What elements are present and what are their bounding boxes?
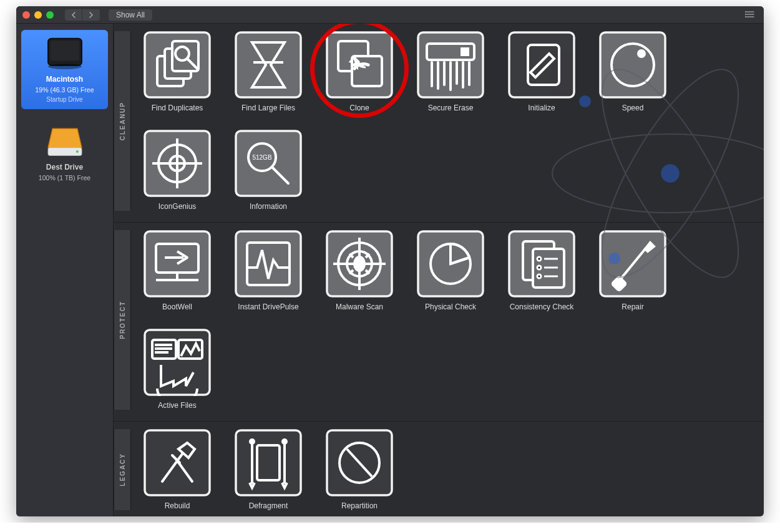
tool-label: Find Duplicates bbox=[152, 104, 203, 112]
tool-label: Consistency Check bbox=[510, 302, 574, 311]
tool-label: Active Files bbox=[158, 401, 196, 410]
sidebar: Macintosh 19% (46.3 GB) Free Startup Dri… bbox=[16, 24, 114, 516]
svg-text:512GB: 512GB bbox=[252, 154, 271, 161]
tool-repartition[interactable]: Repartition bbox=[323, 429, 396, 510]
drive-dest-drive[interactable]: Dest Drive 100% (1 TB) Free bbox=[21, 118, 108, 188]
svg-point-10 bbox=[76, 150, 78, 153]
svg-point-97 bbox=[250, 440, 254, 443]
svg-rect-95 bbox=[236, 430, 301, 495]
tool-label: Speed bbox=[622, 104, 644, 112]
tool-label: Defragment bbox=[249, 501, 288, 510]
section-protect: PROTECT BootWell Instant DrivePulse bbox=[114, 223, 764, 422]
section-cleanup: CLEANUP Find Duplicates Find Large Files bbox=[114, 24, 764, 223]
svg-point-77 bbox=[537, 257, 541, 261]
pencil-icon bbox=[508, 31, 575, 99]
tool-label: Find Large Files bbox=[241, 104, 295, 112]
tool-label: Secure Erase bbox=[428, 104, 474, 112]
list-view-button[interactable] bbox=[743, 10, 758, 20]
svg-point-65 bbox=[354, 257, 364, 271]
tool-speed[interactable]: Speed bbox=[597, 31, 669, 112]
tool-active-files[interactable]: Active Files bbox=[141, 329, 213, 410]
tool-physical-check[interactable]: Physical Check bbox=[414, 230, 487, 311]
tool-clone[interactable]: Clone bbox=[323, 31, 396, 112]
tool-label: Instant DrivePulse bbox=[238, 302, 298, 311]
svg-rect-50 bbox=[236, 131, 301, 196]
defrag-icon bbox=[235, 429, 302, 496]
tool-label: Repartition bbox=[341, 501, 378, 510]
section-tab-cleanup[interactable]: CLEANUP bbox=[114, 31, 131, 211]
drive-name: Dest Drive bbox=[46, 163, 83, 172]
target-icon bbox=[144, 130, 211, 197]
section-tab-legacy[interactable]: LEGACY bbox=[114, 429, 131, 510]
magnify-512-icon: 512GB bbox=[235, 130, 302, 197]
svg-rect-42 bbox=[600, 32, 665, 97]
show-all-button[interactable]: Show All bbox=[109, 9, 152, 21]
svg-rect-58 bbox=[236, 231, 301, 296]
drive-name: Macintosh bbox=[46, 75, 83, 84]
drive-macintosh[interactable]: Macintosh 19% (46.3 GB) Free Startup Dri… bbox=[21, 30, 108, 109]
tool-secure-erase[interactable]: Secure Erase bbox=[414, 31, 487, 112]
tool-find-large-files[interactable]: Find Large Files bbox=[232, 31, 305, 112]
section-legacy: LEGACY Rebuild Defragment bbox=[114, 422, 764, 516]
clone-icon bbox=[326, 31, 393, 99]
tool-initialize[interactable]: Initialize bbox=[505, 31, 578, 112]
active-files-icon bbox=[144, 329, 211, 396]
section-title: LEGACY bbox=[119, 453, 126, 486]
close-window-button[interactable] bbox=[22, 11, 30, 19]
svg-point-3 bbox=[745, 11, 746, 12]
svg-rect-32 bbox=[462, 49, 468, 55]
shred-icon bbox=[417, 31, 484, 99]
back-button[interactable] bbox=[65, 9, 82, 21]
svg-point-98 bbox=[283, 440, 286, 443]
pie-icon bbox=[417, 230, 484, 297]
nav-buttons bbox=[65, 9, 100, 21]
tool-instant-drivepulse[interactable]: Instant DrivePulse bbox=[232, 230, 305, 311]
app-window: Show All Macintosh 19% (46.3 GB) Free St… bbox=[16, 6, 764, 516]
tool-defragment[interactable]: Defragment bbox=[232, 429, 305, 510]
gauge-icon bbox=[599, 31, 666, 99]
large-files-icon bbox=[235, 31, 302, 99]
tool-label: Repair bbox=[622, 302, 643, 311]
tool-label: IconGenius bbox=[158, 202, 197, 211]
tool-label: Rebuild bbox=[165, 501, 190, 510]
screwdriver-icon bbox=[599, 230, 666, 297]
tool-information[interactable]: 512GB Information bbox=[232, 130, 305, 211]
tool-label: Clone bbox=[349, 104, 369, 112]
main-panel: CLEANUP Find Duplicates Find Large Files bbox=[114, 24, 764, 516]
window-controls bbox=[22, 11, 54, 19]
tool-label: Physical Check bbox=[425, 302, 476, 311]
tool-consistency-check[interactable]: Consistency Check bbox=[505, 230, 578, 311]
checklist-icon bbox=[508, 230, 575, 297]
tool-find-duplicates[interactable]: Find Duplicates bbox=[141, 31, 213, 112]
bootwell-icon bbox=[144, 230, 211, 297]
tool-label: Initialize bbox=[528, 104, 555, 112]
tool-label: Malware Scan bbox=[336, 302, 383, 311]
tool-rebuild[interactable]: Rebuild bbox=[141, 429, 213, 510]
section-title: PROTECT bbox=[119, 301, 126, 339]
duplicates-icon bbox=[144, 31, 211, 99]
hammer-icon bbox=[144, 429, 211, 496]
drive-free-space: 100% (1 TB) Free bbox=[39, 174, 90, 181]
drive-note: Startup Drive bbox=[46, 96, 82, 103]
svg-point-4 bbox=[745, 14, 746, 14]
tool-icon-genius[interactable]: IconGenius bbox=[141, 130, 213, 211]
pulse-icon bbox=[235, 230, 302, 297]
svg-rect-40 bbox=[509, 32, 574, 97]
tool-repair[interactable]: Repair bbox=[597, 230, 669, 311]
section-tab-protect[interactable]: PROTECT bbox=[114, 230, 131, 410]
repartition-icon bbox=[326, 429, 393, 496]
tool-label: BootWell bbox=[162, 302, 192, 311]
tool-label: Information bbox=[250, 202, 287, 211]
svg-point-81 bbox=[537, 274, 541, 278]
minimize-window-button[interactable] bbox=[34, 11, 42, 19]
svg-point-8 bbox=[48, 64, 82, 69]
tool-bootwell[interactable]: BootWell bbox=[141, 230, 213, 311]
forward-button[interactable] bbox=[82, 9, 100, 21]
zoom-window-button[interactable] bbox=[46, 11, 54, 19]
section-title: CLEANUP bbox=[119, 102, 126, 140]
svg-rect-7 bbox=[50, 41, 79, 60]
tool-malware-scan[interactable]: Malware Scan bbox=[323, 230, 396, 311]
svg-point-5 bbox=[745, 16, 746, 17]
bug-target-icon bbox=[326, 230, 393, 297]
svg-point-44 bbox=[638, 51, 645, 57]
